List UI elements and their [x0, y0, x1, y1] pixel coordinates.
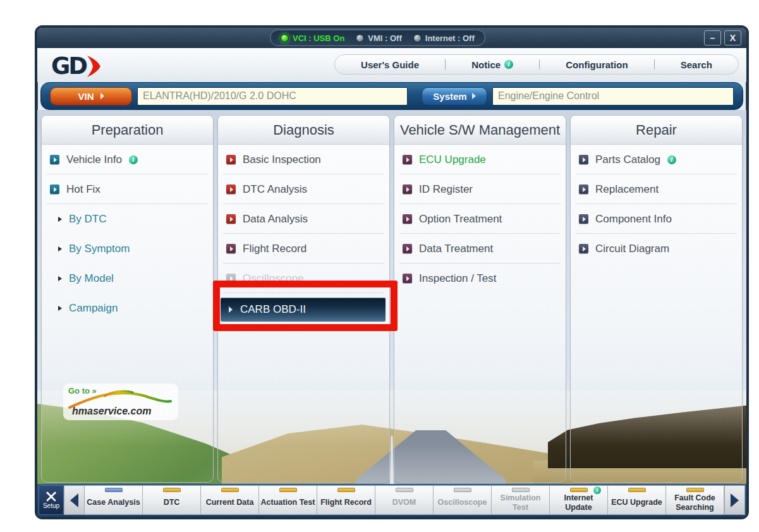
menu-item-by-symptom[interactable]: By Symptom	[42, 234, 213, 263]
item-label: Parts Catalog	[595, 154, 660, 166]
item-label: ID Register	[419, 183, 473, 196]
arrow-right-icon	[58, 217, 62, 222]
notice-info-icon: i	[504, 60, 513, 69]
column-diagnosis: Diagnosis Basic Inspection DTC Analysis …	[217, 115, 390, 483]
toolbar-button-label: Current Data	[206, 498, 254, 507]
status-indicator-icon	[396, 488, 413, 492]
item-bullet-icon	[579, 184, 588, 194]
menu-item-ecu-upgrade[interactable]: ECU Upgrade	[394, 145, 566, 174]
menu-item-hot-fix[interactable]: Hot Fix	[42, 174, 213, 204]
menu-configuration[interactable]: Configuration	[566, 59, 628, 70]
item-bullet-icon	[226, 244, 236, 253]
item-label: Data Treatment	[419, 243, 493, 255]
menu-item-data-analysis[interactable]: Data Analysis	[218, 204, 389, 234]
item-label: DTC Analysis	[243, 183, 307, 196]
menu-item-circuit-diagram[interactable]: Circuit Diagram	[571, 234, 742, 263]
menu-item-parts-catalog[interactable]: Parts Catalog i	[571, 145, 742, 174]
menu-item-by-dtc[interactable]: By DTC	[42, 204, 213, 234]
toolbar-button-flight-record[interactable]: Flight Record	[317, 485, 375, 515]
column-vehicle-sw-management: Vehicle S/W Management ECU Upgrade ID Re…	[394, 115, 566, 483]
column-repair: Repair Parts Catalog i Replacement Compo…	[570, 115, 743, 483]
gds-logo-text: GD	[51, 52, 86, 80]
toolbar-button-label: Simulation Test	[493, 493, 548, 512]
status-indicator-icon	[221, 488, 239, 492]
toolbar-button-dvom: DVOM	[375, 485, 434, 515]
menu-users-guide[interactable]: User's Guide	[361, 59, 419, 70]
item-bullet-icon	[226, 274, 236, 283]
toolbar-button-dtc[interactable]: DTC	[143, 485, 201, 515]
menu-item-dtc-analysis[interactable]: DTC Analysis	[218, 174, 389, 204]
menu-item-component-info[interactable]: Component Info	[571, 204, 742, 234]
item-label: CARB OBD-II	[240, 303, 306, 316]
arrow-right-icon	[58, 276, 62, 281]
toolbar-button-actuation-test[interactable]: Actuation Test	[259, 485, 317, 515]
menu-separator	[445, 59, 446, 70]
item-bullet-icon	[403, 244, 412, 253]
toolbar-scroll-right-button[interactable]	[724, 485, 745, 515]
toolbar-button-label: Internet Update	[551, 493, 606, 512]
vehicle-selection-bar: VIN ELANTRA(HD)/2010/G 2.0 DOHC System E…	[40, 82, 743, 110]
column-preparation: Preparation Vehicle Info i Hot Fix By DT…	[41, 115, 214, 483]
system-button[interactable]: System	[422, 87, 487, 106]
item-bullet-icon	[226, 184, 236, 194]
carb-obd2-selected-bar[interactable]: CARB OBD-II	[221, 298, 386, 322]
vin-button[interactable]: VIN	[50, 87, 132, 106]
hmaservice-link-badge[interactable]: Go to » hmaservice.com	[63, 384, 178, 420]
item-label: Flight Record	[243, 243, 307, 255]
close-button[interactable]: X	[724, 30, 741, 45]
item-bullet-icon	[226, 214, 236, 224]
menu-notice-label: Notice	[471, 59, 501, 70]
vmi-status: VMI : Off	[356, 33, 401, 43]
toolbar-button-ecu-upgrade[interactable]: ECU Upgrade	[608, 485, 666, 515]
menu-item-id-register[interactable]: ID Register	[394, 174, 566, 204]
menu-item-data-treatment[interactable]: Data Treatment	[394, 234, 566, 263]
arrow-right-icon	[472, 93, 476, 99]
item-label: Replacement	[595, 183, 659, 196]
status-indicator-icon	[279, 488, 297, 492]
menu-item-basic-inspection[interactable]: Basic Inspection	[218, 145, 389, 174]
menu-item-option-treatment[interactable]: Option Treatment	[394, 204, 566, 234]
gds-application-window: VCI : USB On VMI : Off Internet : Off – …	[35, 25, 749, 519]
menu-notice[interactable]: Notice i	[471, 59, 513, 70]
internet-status: Internet : Off	[413, 33, 475, 43]
vin-button-label: VIN	[78, 91, 94, 102]
menu-item-by-model[interactable]: By Model	[42, 263, 213, 293]
item-bullet-icon	[50, 155, 59, 164]
column-title: Preparation	[42, 116, 213, 145]
item-bullet-icon	[579, 155, 588, 164]
item-label: Inspection / Test	[419, 272, 497, 285]
arrow-left-icon	[70, 493, 78, 507]
vin-value-field[interactable]: ELANTRA(HD)/2010/G 2.0 DOHC	[137, 87, 408, 106]
menu-search[interactable]: Search	[681, 59, 712, 70]
toolbar-button-current-data[interactable]: Current Data	[201, 485, 259, 515]
toolbar-button-fault-code-searching[interactable]: Fault Code Searching	[666, 485, 724, 515]
status-indicator-icon	[686, 488, 704, 492]
setup-button[interactable]: Setup	[39, 485, 64, 515]
arrow-right-icon	[58, 246, 62, 251]
internet-update-info-icon: i	[593, 487, 601, 494]
menu-separator	[654, 59, 655, 70]
toolbar-button-oscilloscope: Oscilloscope	[434, 485, 492, 515]
system-button-label: System	[433, 91, 466, 102]
menu-configuration-label: Configuration	[566, 59, 628, 70]
toolbar-button-case-analysis[interactable]: Case Analysis	[85, 485, 143, 515]
menu-item-vehicle-info[interactable]: Vehicle Info i	[42, 145, 213, 174]
vmi-status-label: VMI : Off	[368, 33, 401, 43]
toolbar-button-internet-update[interactable]: i Internet Update	[550, 485, 608, 515]
menu-item-inspection-test[interactable]: Inspection / Test	[394, 263, 566, 293]
system-value-field[interactable]: Engine/Engine Control	[492, 87, 734, 106]
toolbar-scroll-left-button[interactable]	[64, 485, 85, 515]
minimize-button[interactable]: –	[704, 30, 721, 45]
item-label: Campaign	[69, 302, 118, 315]
internet-led-icon	[413, 34, 422, 42]
menu-item-replacement[interactable]: Replacement	[571, 174, 742, 204]
arrow-right-icon	[229, 306, 233, 313]
menu-item-flight-record[interactable]: Flight Record	[218, 234, 389, 263]
top-menu: User's Guide Notice i Configuration Sear…	[334, 54, 739, 75]
status-indicator-icon	[163, 488, 181, 492]
menu-item-carb-obd2[interactable]: CARB OBD-II	[218, 293, 389, 323]
menu-item-campaign[interactable]: Campaign	[42, 293, 213, 323]
status-indicator-icon	[628, 488, 646, 492]
column-title: Repair	[571, 116, 742, 145]
toolbar-button-simulation-test: Simulation Test	[492, 485, 550, 515]
